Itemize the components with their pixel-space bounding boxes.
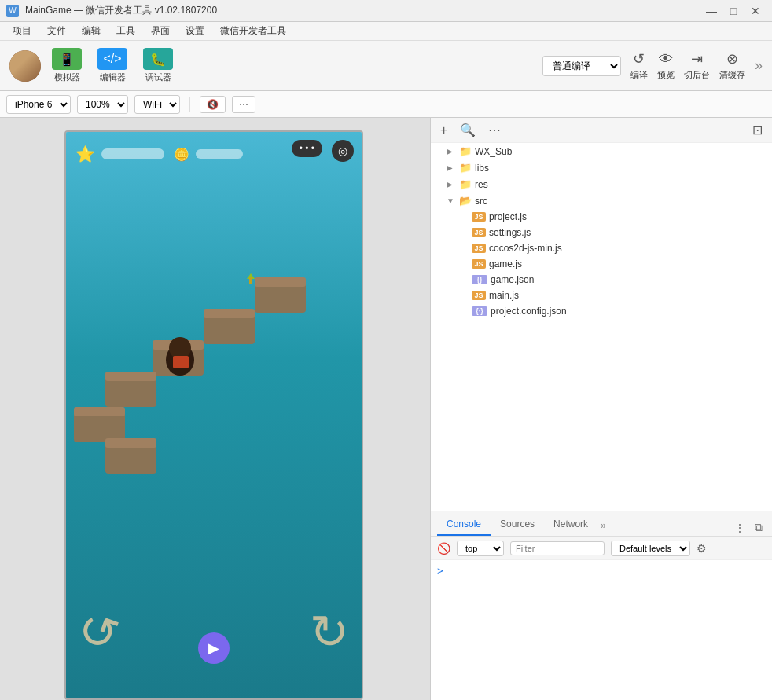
tree-item-cocos-js[interactable]: JS cocos2d-js-min.js bbox=[431, 240, 772, 256]
game-top-bar: ⭐ 🪙 bbox=[66, 140, 362, 168]
editor-label: 编辑器 bbox=[100, 71, 126, 83]
score-bar bbox=[101, 148, 164, 159]
preview-label: 预览 bbox=[657, 69, 675, 81]
tab-console[interactable]: Console bbox=[437, 514, 491, 536]
context-select[interactable]: top bbox=[457, 541, 504, 556]
file-name-settings-js: settings.js bbox=[489, 227, 531, 238]
compile-select[interactable]: 普通编译 bbox=[542, 56, 621, 76]
tree-item-project-js[interactable]: JS project.js bbox=[431, 209, 772, 225]
file-name-project-config: project.config.json bbox=[491, 306, 567, 317]
more-file-button[interactable]: ⋯ bbox=[485, 121, 504, 139]
console-more-button[interactable]: ⋮ bbox=[731, 520, 748, 536]
console-tab-bar: Console Sources Network » ⋮ ⧉ bbox=[431, 511, 772, 537]
tree-item-src[interactable]: ▼ 📂 src bbox=[431, 192, 772, 209]
new-file-button[interactable]: + bbox=[437, 122, 450, 139]
clear-button[interactable]: ⊗ 清缓存 bbox=[719, 50, 745, 81]
tree-item-game-js[interactable]: JS game.js bbox=[431, 256, 772, 272]
json-badge: {·} bbox=[472, 306, 487, 316]
tree-item-main-js[interactable]: JS main.js bbox=[431, 288, 772, 303]
menu-item-wechat[interactable]: 微信开发者工具 bbox=[214, 23, 292, 39]
right-arrow-button[interactable]: ↺ bbox=[310, 604, 349, 659]
chevron-right-icon: ▶ bbox=[447, 180, 456, 189]
editor-icon: </> bbox=[97, 48, 127, 70]
file-name-cocos-js: cocos2d-js-min.js bbox=[489, 243, 562, 254]
folder-name-res: res bbox=[475, 179, 488, 190]
clear-label: 清缓存 bbox=[719, 69, 745, 81]
debugger-button[interactable]: 🐛 调试器 bbox=[138, 48, 178, 83]
more-device-button[interactable]: ⋯ bbox=[232, 96, 255, 113]
console-output: > bbox=[431, 560, 772, 700]
tab-sources[interactable]: Sources bbox=[491, 514, 544, 536]
right-panel: + 🔍 ⋯ ⊡ ▶ 📁 WX_Sub ▶ 📁 libs ▶ 📁 res bbox=[430, 118, 772, 700]
simulator-panel: ⭐ 🪙 • • • ◎ bbox=[0, 118, 430, 700]
more-tools-button[interactable]: » bbox=[755, 57, 763, 74]
menu-item-settings[interactable]: 设置 bbox=[179, 23, 211, 39]
menu-item-project[interactable]: 项目 bbox=[6, 23, 38, 39]
file-tree: + 🔍 ⋯ ⊡ ▶ 📁 WX_Sub ▶ 📁 libs ▶ 📁 res bbox=[431, 118, 772, 511]
compile-button[interactable]: ↺ 编译 bbox=[630, 50, 648, 81]
tree-item-res[interactable]: ▶ 📁 res bbox=[431, 176, 772, 192]
collapse-all-button[interactable]: ⊡ bbox=[749, 121, 766, 139]
tree-item-settings-js[interactable]: JS settings.js bbox=[431, 225, 772, 240]
tree-item-libs[interactable]: ▶ 📁 libs bbox=[431, 159, 772, 176]
tab-network[interactable]: Network bbox=[544, 514, 597, 536]
console-expand-button[interactable]: ⧉ bbox=[752, 519, 766, 536]
folder-open-icon: 📂 bbox=[459, 195, 472, 207]
toolbar-right: 普通编译 ↺ 编译 👁 预览 ⇥ 切后台 ⊗ 清缓存 » bbox=[542, 50, 763, 81]
coin-bar bbox=[196, 149, 243, 159]
folder-icon: 📁 bbox=[459, 145, 472, 157]
tree-item-game-json[interactable]: {} game.json bbox=[431, 272, 772, 288]
minimize-button[interactable]: — bbox=[701, 3, 722, 19]
console-toolbar-right: ⋮ ⧉ bbox=[731, 519, 766, 536]
close-button[interactable]: ✕ bbox=[745, 3, 766, 19]
menu-item-file[interactable]: 文件 bbox=[41, 23, 72, 39]
coin-icon: 🪙 bbox=[174, 147, 189, 162]
star-icon: ⭐ bbox=[75, 145, 95, 163]
simulator-label: 模拟器 bbox=[54, 71, 80, 83]
simulator-button[interactable]: 📱 模拟器 bbox=[47, 48, 86, 83]
level-select[interactable]: Default levels bbox=[611, 541, 690, 556]
backend-button[interactable]: ⇥ 切后台 bbox=[684, 50, 710, 81]
editor-button[interactable]: </> 编辑器 bbox=[93, 48, 132, 83]
preview-button[interactable]: 👁 预览 bbox=[657, 51, 675, 81]
search-file-button[interactable]: 🔍 bbox=[457, 121, 479, 139]
chevron-right-icon: ▶ bbox=[447, 163, 456, 172]
toolbar-left: 📱 模拟器 </> 编辑器 🐛 调试器 bbox=[9, 48, 178, 83]
device-select[interactable]: iPhone 6 bbox=[6, 95, 71, 114]
separator bbox=[189, 97, 190, 112]
tree-item-wx_sub[interactable]: ▶ 📁 WX_Sub bbox=[431, 143, 772, 159]
file-name-main-js: main.js bbox=[489, 290, 519, 301]
menu-item-edit[interactable]: 编辑 bbox=[75, 23, 107, 39]
eye-icon: 👁 bbox=[659, 51, 673, 68]
file-name-game-js: game.js bbox=[489, 258, 522, 269]
js-badge: JS bbox=[472, 228, 486, 237]
no-entry-icon[interactable]: 🚫 bbox=[437, 542, 450, 555]
folder-name-libs: libs bbox=[475, 163, 489, 174]
compile-label: 编译 bbox=[630, 69, 648, 81]
tree-item-project-config[interactable]: {·} project.config.json bbox=[431, 303, 772, 319]
console-cursor: > bbox=[437, 565, 443, 577]
devicebar: iPhone 6 100% WiFi 🔇 ⋯ bbox=[0, 91, 772, 118]
simulator-icon: 📱 bbox=[52, 48, 82, 70]
chevron-right-icon: ▶ bbox=[447, 147, 456, 156]
volume-button[interactable]: 🔇 bbox=[200, 96, 226, 113]
menu-item-interface[interactable]: 界面 bbox=[145, 23, 176, 39]
app-icon: W bbox=[6, 5, 19, 17]
js-badge: JS bbox=[472, 291, 486, 300]
debugger-label: 调试器 bbox=[145, 71, 171, 83]
js-badge: JS bbox=[472, 244, 486, 253]
zoom-select[interactable]: 100% bbox=[77, 95, 128, 114]
titlebar: W MainGame — 微信开发者工具 v1.02.1807200 — □ ✕ bbox=[0, 0, 772, 22]
file-name-project-js: project.js bbox=[489, 211, 527, 222]
menubar: 项目 文件 编辑 工具 界面 设置 微信开发者工具 bbox=[0, 22, 772, 41]
file-tree-toolbar: + 🔍 ⋯ ⊡ bbox=[431, 118, 772, 143]
play-button[interactable]: ▶ bbox=[198, 632, 230, 664]
file-name-game-json: game.json bbox=[491, 274, 534, 285]
more-tabs-button[interactable]: » bbox=[597, 515, 609, 536]
maximize-button[interactable]: □ bbox=[723, 3, 744, 19]
filter-input[interactable] bbox=[510, 541, 605, 555]
gear-icon[interactable]: ⚙ bbox=[697, 542, 707, 555]
network-select[interactable]: WiFi bbox=[134, 95, 180, 114]
layers-icon: ⊗ bbox=[726, 50, 738, 68]
menu-item-tools[interactable]: 工具 bbox=[110, 23, 142, 39]
